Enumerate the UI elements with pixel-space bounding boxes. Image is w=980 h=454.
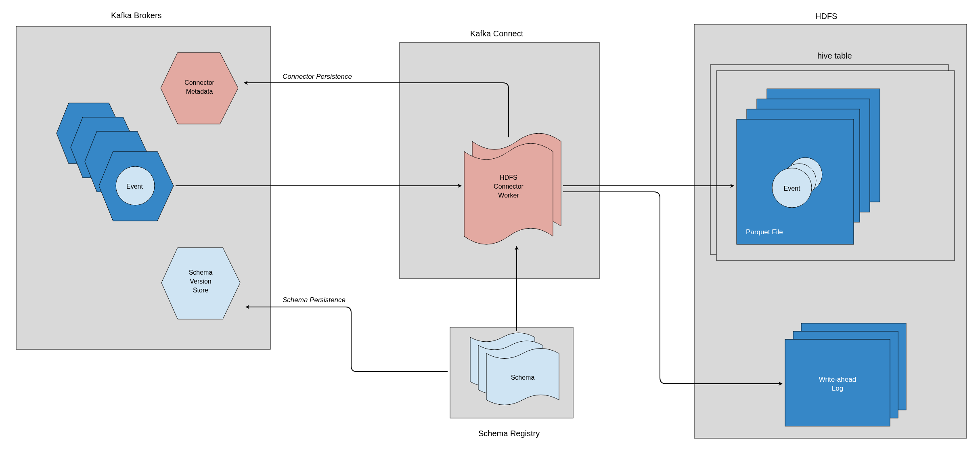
connector-persistence-label: Connector Persistence — [283, 73, 352, 80]
connector-metadata-label-1: Connector — [184, 79, 214, 86]
hdfs-label: HDFS — [815, 12, 837, 21]
schema-label: Schema — [511, 374, 535, 381]
connector-metadata-label-2: Metadata — [186, 88, 213, 95]
write-ahead-log-stack: Write-ahead Log — [785, 323, 906, 426]
architecture-diagram: Kafka Brokers Kafka Connect HDFS Schema … — [0, 0, 980, 454]
parquet-file-label: Parquet File — [746, 228, 783, 236]
schema-registry-label: Schema Registry — [478, 429, 540, 438]
hive-table-label: hive table — [817, 51, 852, 60]
arrow-schema-persistence-left — [246, 307, 448, 372]
svs-label-1: Schema — [189, 269, 213, 276]
wal-label-2: Log — [832, 385, 843, 392]
hcw-label-3: Worker — [498, 192, 519, 199]
svs-label-3: Store — [193, 287, 208, 294]
kafka-brokers-label: Kafka Brokers — [111, 11, 162, 20]
kafka-connect-label: Kafka Connect — [470, 29, 524, 38]
wal-label-1: Write-ahead — [819, 376, 856, 383]
hcw-label-2: Connector — [494, 183, 524, 190]
hdfs-connector-worker: HDFS Connector Worker — [464, 133, 561, 244]
hcw-label-1: HDFS — [500, 174, 517, 181]
schema-persistence-label: Schema Persistence — [283, 296, 346, 304]
event-file-label: Event — [784, 185, 800, 192]
parquet-file-stack: Event Parquet File — [737, 89, 880, 244]
event-label: Event — [126, 183, 143, 190]
svs-label-2: Version — [190, 278, 211, 285]
